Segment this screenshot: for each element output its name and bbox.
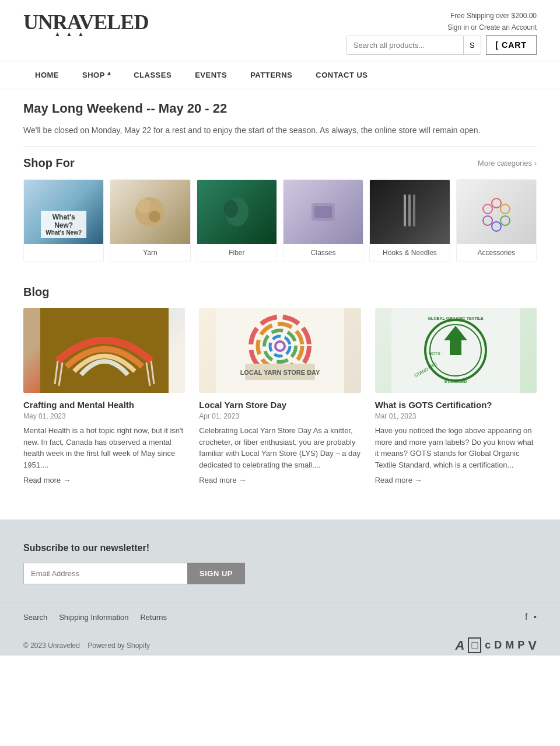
shop-card-label: Yarn — [110, 244, 190, 262]
copyright-text: © 2023 Unraveled — [23, 642, 80, 650]
footer-social: f ▪ — [525, 612, 537, 622]
read-more-2[interactable]: Read more → — [199, 476, 246, 484]
header-right: Free Shipping over $200.00 Sign in or Cr… — [346, 12, 537, 55]
shop-card-whats-new[interactable]: What's New? What's New? — [23, 179, 104, 262]
nav-home[interactable]: HOME — [23, 61, 71, 89]
blog-section: Blog — [23, 285, 537, 484]
svg-text:· GOTS ·: · GOTS · — [426, 351, 443, 355]
site-logo[interactable]: UNRAVELED ▲ ▲ ▲ — [23, 12, 117, 37]
blog-card-excerpt-2: Celebrating Local Yarn Store Day As a kn… — [199, 425, 360, 470]
read-more-1[interactable]: Read more → — [23, 476, 71, 484]
svg-text:GLOBAL ORGANIC TEXTILE: GLOBAL ORGANIC TEXTILE — [428, 316, 484, 320]
logo-text: UNRAVELED — [23, 12, 117, 33]
more-categories-link[interactable]: More categories › — [478, 159, 537, 168]
nav-classes[interactable]: CLASSES — [122, 61, 183, 89]
blog-card-title-3: What is GOTS Certification? — [375, 400, 537, 410]
blog-card-date-2: Apr 01, 2023 — [199, 412, 360, 420]
blog-card-1[interactable]: Crafting and Mental Health May 01, 2023 … — [23, 308, 185, 484]
create-account-link[interactable]: Create an Account — [479, 23, 537, 32]
newsletter-signup-button[interactable]: SIGN UP — [187, 563, 245, 584]
cart-icon: [ — [496, 40, 499, 50]
free-shipping-banner: Free Shipping over $200.00 — [450, 12, 537, 20]
badge-p: P — [517, 639, 524, 651]
blog-img-3: GLOBAL ORGANIC TEXTILE STANDARD · GOTS ·… — [375, 308, 537, 393]
badge-d: D — [494, 639, 502, 651]
auth-links: Sign in or Create an Account — [447, 23, 537, 32]
svg-point-4 — [224, 200, 238, 218]
nav-events[interactable]: EVENTS — [183, 61, 239, 89]
shop-card-accessories[interactable]: Accessories — [456, 179, 537, 262]
svg-point-2 — [149, 211, 160, 222]
footer-bottom: Search Shipping Information Returns f ▪ — [0, 602, 560, 632]
whats-new-overlay: What's New? What's New? — [41, 211, 86, 238]
svg-point-1 — [137, 199, 151, 213]
blog-grid: Crafting and Mental Health May 01, 2023 … — [23, 308, 537, 484]
footer-links: Search Shipping Information Returns — [23, 613, 167, 622]
newsletter-form: SIGN UP — [23, 563, 245, 584]
footer-link-search[interactable]: Search — [23, 613, 47, 622]
blog-card-excerpt-1: Mental Health is a hot topic right now, … — [23, 425, 185, 470]
footer-link-returns[interactable]: Returns — [140, 613, 167, 622]
shop-card-label: Classes — [284, 244, 363, 262]
cart-button[interactable]: [ CART — [486, 35, 537, 55]
sign-in-link[interactable]: Sign in — [447, 23, 469, 32]
search-input[interactable] — [346, 36, 463, 54]
shop-card-hooks[interactable]: Hooks & Needles — [369, 179, 450, 262]
svg-rect-9 — [413, 194, 415, 226]
blog-card-date-3: Mar 01, 2023 — [375, 412, 537, 420]
badge-row: A □ c D M P V — [456, 637, 537, 653]
svg-point-13 — [492, 222, 501, 231]
facebook-icon[interactable]: f — [525, 612, 527, 622]
search-cart-row: S [ CART — [346, 35, 537, 55]
nav-contact[interactable]: CONTACT US — [304, 61, 379, 89]
accessories-icon — [476, 191, 517, 232]
instagram-icon[interactable]: ▪ — [533, 612, 537, 622]
classes-icon — [306, 194, 341, 229]
newsletter-email-input[interactable] — [23, 563, 187, 584]
shop-for-title: Shop For — [23, 156, 75, 170]
svg-point-15 — [483, 204, 492, 214]
site-header: UNRAVELED ▲ ▲ ▲ Free Shipping over $200.… — [0, 0, 560, 61]
svg-text:STANDARD: STANDARD — [444, 379, 467, 384]
svg-rect-7 — [408, 194, 411, 226]
blog-card-date-1: May 01, 2023 — [23, 412, 185, 420]
nav-patterns[interactable]: PATTERNS — [239, 61, 304, 89]
newsletter-title: Subscribe to our newsletter! — [23, 543, 537, 553]
page-title: May Long Weekend -- May 20 - 22 — [23, 101, 537, 116]
blog-card-2[interactable]: LOCAL YARN STORE DAY Local Yarn Store Da… — [199, 308, 360, 484]
nav-shop[interactable]: SHOP ⁴ — [71, 61, 122, 89]
search-button[interactable]: S — [463, 36, 481, 54]
footer-copyright-row: © 2023 Unraveled Powered by Shopify — [23, 642, 150, 650]
badge-v: V — [528, 638, 537, 653]
svg-point-14 — [483, 216, 492, 225]
shop-card-classes[interactable]: Classes — [283, 179, 363, 262]
shop-card-yarn[interactable]: Yarn — [110, 179, 190, 262]
main-nav: HOME SHOP ⁴ CLASSES EVENTS PATTERNS CONT… — [0, 61, 560, 89]
svg-rect-8 — [404, 194, 406, 226]
lys-day-img: LOCAL YARN STORE DAY — [216, 308, 344, 393]
hooks-icon — [398, 191, 421, 232]
footer-newsletter: Subscribe to our newsletter! SIGN UP — [0, 520, 560, 602]
auth-separator: or — [471, 23, 479, 32]
shop-card-label: Hooks & Needles — [370, 244, 449, 262]
read-more-3[interactable]: Read more → — [375, 476, 422, 484]
shop-card-label: Accessories — [457, 244, 536, 262]
shop-card-label: Fiber — [197, 244, 276, 262]
badge-m: M — [505, 639, 514, 651]
shop-for-header: Shop For More categories › — [23, 156, 537, 170]
fiber-icon — [219, 194, 254, 229]
shop-card-fiber[interactable]: Fiber — [197, 179, 277, 262]
svg-point-11 — [501, 204, 510, 214]
gots-cert-img: GLOBAL ORGANIC TEXTILE STANDARD · GOTS ·… — [391, 308, 520, 393]
badge-c: c — [485, 639, 491, 651]
main-content: May Long Weekend -- May 20 - 22 We'll be… — [0, 89, 560, 520]
search-wrapper: S — [346, 36, 481, 55]
blog-img-1 — [23, 308, 185, 393]
crafting-mental-health-img — [40, 308, 169, 393]
blog-img-2: LOCAL YARN STORE DAY — [199, 308, 360, 393]
footer-link-shipping[interactable]: Shipping Information — [59, 613, 128, 622]
powered-by: Powered by Shopify — [88, 642, 150, 650]
blog-title: Blog — [23, 285, 49, 299]
blog-card-3[interactable]: GLOBAL ORGANIC TEXTILE STANDARD · GOTS ·… — [375, 308, 537, 484]
svg-rect-6 — [314, 206, 332, 218]
